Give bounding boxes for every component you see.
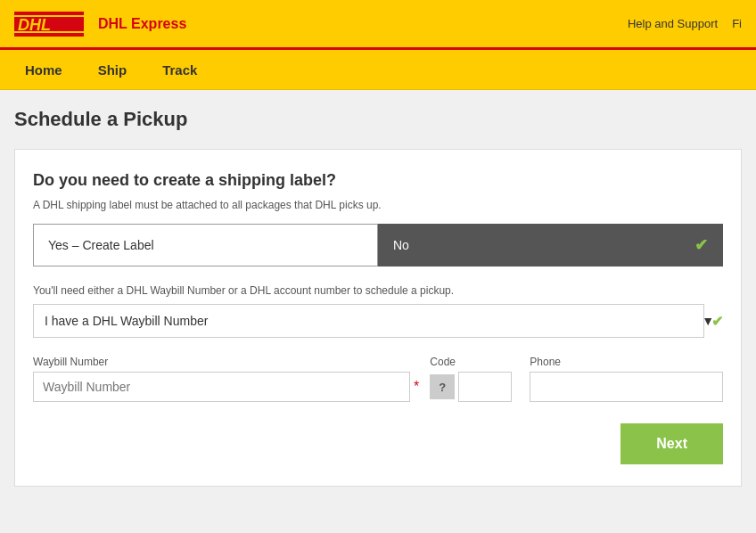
code-input[interactable] [458, 372, 512, 402]
nav-home[interactable]: Home [7, 50, 80, 90]
waybill-hint: You'll need either a DHL Waybill Number … [33, 284, 723, 297]
header-links: Help and Support Fi [628, 17, 742, 30]
fi-link[interactable]: Fi [732, 17, 742, 30]
no-button[interactable]: No ✔ [378, 224, 723, 266]
code-label: Code [430, 356, 519, 368]
phone-input[interactable] [530, 372, 723, 402]
dropdown-checkmark-icon: ✔ [711, 313, 723, 330]
form-card: Do you need to create a shipping label? … [14, 149, 742, 487]
next-section: Next [33, 423, 723, 464]
navbar: Home Ship Track [0, 50, 756, 90]
svg-rect-3 [14, 33, 84, 37]
waybill-label: Waybill Number [33, 356, 419, 368]
waybill-number-group: Waybill Number * [33, 356, 419, 402]
no-label: No [393, 238, 409, 252]
next-button[interactable]: Next [620, 423, 723, 464]
svg-text:DHL: DHL [18, 16, 51, 34]
label-choice-group: Yes – Create Label No ✔ [33, 224, 723, 266]
required-star: * [414, 379, 419, 395]
header: DHL DHL Express Help and Support Fi [0, 0, 756, 50]
page-content: Schedule a Pickup Do you need to create … [0, 90, 756, 504]
waybill-input[interactable] [33, 372, 410, 402]
fields-row: Waybill Number * Code ? Phone [33, 356, 723, 402]
nav-track[interactable]: Track [144, 50, 215, 90]
hint-text: A DHL shipping label must be attached to… [33, 199, 723, 211]
code-group: Code ? [430, 356, 519, 402]
waybill-input-wrap: * [33, 372, 419, 402]
waybill-select-wrapper: I have a DHL Waybill Number I have a DHL… [33, 304, 723, 338]
phone-label: Phone [530, 356, 723, 368]
code-input-wrap: ? [430, 372, 519, 402]
brand-name: DHL Express [98, 16, 186, 32]
help-support-link[interactable]: Help and Support [628, 17, 718, 30]
waybill-dropdown[interactable]: I have a DHL Waybill Number I have a DHL… [33, 304, 704, 338]
page-title: Schedule a Pickup [14, 108, 742, 131]
logo-area: DHL DHL Express [14, 10, 186, 38]
phone-group: Phone [530, 356, 723, 402]
yes-create-label-button[interactable]: Yes – Create Label [33, 224, 378, 266]
question-title: Do you need to create a shipping label? [33, 171, 723, 190]
nav-ship[interactable]: Ship [80, 50, 145, 90]
checkmark-icon: ✔ [694, 235, 708, 255]
svg-rect-2 [14, 12, 84, 15]
code-help-button[interactable]: ? [430, 374, 455, 399]
dhl-logo-svg: DHL [14, 10, 86, 38]
